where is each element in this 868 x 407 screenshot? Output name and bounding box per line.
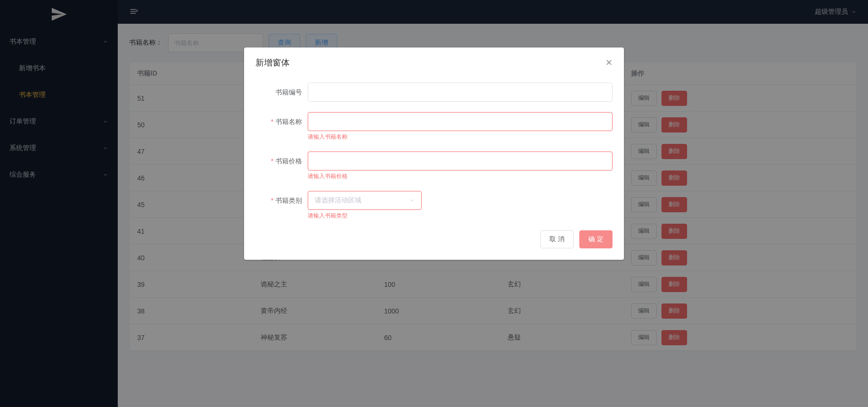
book-price-label: *书籍价格: [255, 151, 308, 170]
book-name-input[interactable]: [308, 112, 613, 131]
book-name-label: *书籍名称: [255, 112, 308, 131]
book-name-error: 请输入书籍名称: [308, 133, 613, 141]
dialog-title: 新增窗体: [255, 57, 290, 68]
form-item-code: 书籍编号: [255, 83, 613, 102]
chevron-down-icon: [409, 198, 415, 203]
book-price-error: 请输入书籍价格: [308, 172, 613, 180]
book-type-select[interactable]: 请选择活动区域: [308, 191, 422, 210]
close-icon[interactable]: ✕: [605, 57, 613, 68]
book-code-label: 书籍编号: [255, 83, 308, 102]
form-item-name: *书籍名称 请输入书籍名称: [255, 112, 613, 141]
dialog-header: 新增窗体 ✕: [255, 57, 613, 68]
cancel-button[interactable]: 取 消: [540, 230, 574, 248]
dialog-footer: 取 消 确 定: [255, 230, 613, 248]
book-type-label: *书籍类别: [255, 191, 308, 210]
add-book-dialog: 新增窗体 ✕ 书籍编号 *书籍名称 请输入书籍名称 *书籍价格 请输入书籍价格 …: [244, 47, 624, 260]
book-type-error: 请输入书籍类型: [308, 212, 613, 220]
confirm-button[interactable]: 确 定: [579, 230, 613, 248]
form-item-type: *书籍类别 请选择活动区域 请输入书籍类型: [255, 191, 613, 220]
form-item-price: *书籍价格 请输入书籍价格: [255, 151, 613, 180]
book-price-input[interactable]: [308, 151, 613, 170]
select-placeholder: 请选择活动区域: [315, 196, 361, 205]
book-code-input[interactable]: [308, 83, 613, 102]
